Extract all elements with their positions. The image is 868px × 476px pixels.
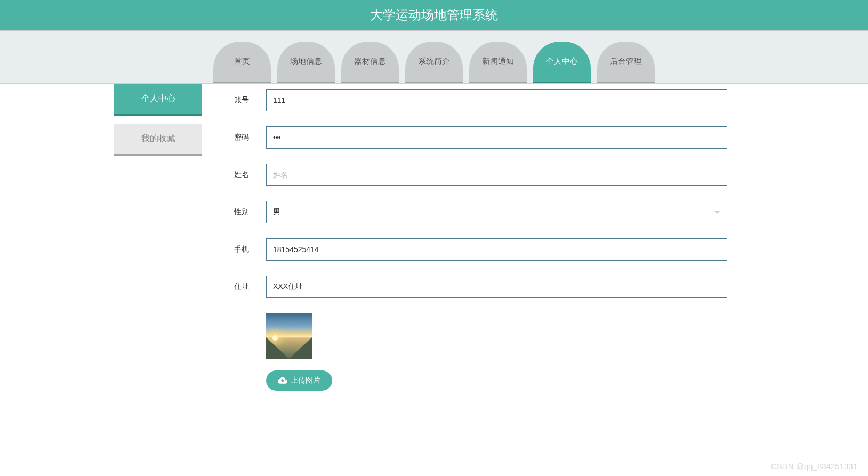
nav-tabs-container: 首页 场地信息 器材信息 系统简介 新闻通知 个人中心 后台管理 [213,42,655,83]
form-row-phone: 手机 [234,238,727,261]
form-row-account: 账号 [234,89,727,111]
nav-label: 场地信息 [290,57,322,67]
form-row-name: 姓名 [234,164,727,186]
gender-select[interactable]: 男 [266,201,727,223]
nav-label: 系统简介 [418,57,450,67]
nav-label: 个人中心 [546,57,578,67]
nav-tab-personal[interactable]: 个人中心 [533,42,591,83]
cloud-upload-icon [278,376,287,385]
nav-label: 新闻通知 [482,57,514,67]
avatar-preview [266,313,727,359]
page-title-bar: 大学运动场地管理系统 [0,0,868,31]
password-label: 密码 [234,133,263,142]
nav-label: 后台管理 [610,57,642,67]
profile-form: 账号 密码 姓名 性别 男 手机 住址 [202,84,754,407]
sidebar-item-label: 个人中心 [141,93,175,104]
app-title: 大学运动场地管理系统 [370,7,498,22]
nav-tab-intro[interactable]: 系统简介 [405,42,463,83]
form-row-gender: 性别 男 [234,201,727,223]
gender-selected-value: 男 [273,207,280,217]
nav-label: 首页 [234,57,250,67]
main-content: 个人中心 我的收藏 账号 密码 姓名 性别 男 手机 [114,84,754,407]
chevron-down-icon [714,211,720,214]
upload-image-button[interactable]: 上传图片 [266,370,332,391]
nav-tab-equipment[interactable]: 器材信息 [341,42,399,83]
nav-tab-venue[interactable]: 场地信息 [277,42,335,83]
phone-input[interactable] [266,238,727,261]
sidebar-item-label: 我的收藏 [141,133,175,144]
nav-label: 器材信息 [354,57,386,67]
nav-tab-news[interactable]: 新闻通知 [469,42,527,83]
account-label: 账号 [234,95,263,105]
form-row-password: 密码 [234,126,727,149]
nav-tab-home[interactable]: 首页 [213,42,271,83]
address-label: 住址 [234,282,263,292]
gender-label: 性别 [234,207,263,217]
name-input[interactable] [266,164,727,186]
sidebar: 个人中心 我的收藏 [114,84,202,407]
password-input[interactable] [266,126,727,149]
gender-select-wrap: 男 [266,201,727,223]
form-row-address: 住址 [234,276,727,298]
account-input[interactable] [266,89,727,111]
upload-label: 上传图片 [291,376,320,385]
phone-label: 手机 [234,245,263,254]
name-label: 姓名 [234,170,263,180]
sidebar-item-personal[interactable]: 个人中心 [114,84,202,116]
avatar-image [266,313,312,359]
sidebar-item-favorites[interactable]: 我的收藏 [114,124,202,156]
nav-tab-admin[interactable]: 后台管理 [597,42,655,83]
address-input[interactable] [266,276,727,298]
top-nav: 首页 场地信息 器材信息 系统简介 新闻通知 个人中心 后台管理 [0,31,868,84]
